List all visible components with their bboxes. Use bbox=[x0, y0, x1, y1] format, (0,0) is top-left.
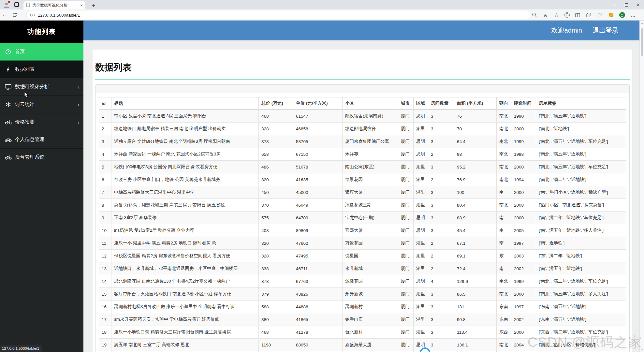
workspaces-icon[interactable] bbox=[14, 2, 19, 7]
cell-title: 禾祥西 新家园边 一梯两户 南北 花园式小区2房可改3房 bbox=[111, 148, 259, 161]
sidebar-item-price-predict[interactable]: 价格预测‹ bbox=[0, 113, 83, 131]
collections-icon[interactable] bbox=[586, 12, 592, 18]
cell-title: 电梯高层精装修大三房湖里中心 湖里中学 bbox=[111, 186, 259, 199]
cell-unit-price: 43826 bbox=[293, 288, 343, 301]
title-underline bbox=[95, 79, 630, 80]
settings-ellipsis-icon[interactable]: … bbox=[630, 12, 636, 18]
col-header-title: 标题 bbox=[111, 97, 259, 110]
address-bar[interactable]: i 127.0.0.1:5000/table/1 bbox=[26, 11, 531, 19]
back-icon[interactable]: ← bbox=[0, 12, 10, 18]
browser-tab-strip: 房价数据可视化分析 × + ─ × bbox=[0, 0, 644, 9]
split-screen-icon[interactable] bbox=[575, 12, 581, 18]
cell-year: 2000 bbox=[511, 212, 536, 224]
cell-orientation: 南北 bbox=[497, 110, 511, 123]
cell-community: 悦星园 bbox=[343, 250, 398, 262]
url-text: 127.0.0.1:5000/table/1 bbox=[38, 13, 80, 18]
cell-id: 13 bbox=[99, 262, 111, 275]
favorites-star-icon[interactable]: ☆ bbox=[553, 12, 560, 18]
page-scrollbar[interactable]: ▲ ▼ bbox=[639, 21, 644, 352]
cell-rooms: 3 bbox=[428, 199, 454, 212]
sidebar-item-data-list[interactable]: 数据列表 bbox=[0, 61, 83, 78]
table-row: 4禾祥西 新家园边 一梯两户 南北 花园式小区2房可改3房65867150禾祥苑… bbox=[99, 148, 626, 161]
sidebar-item-label: 数据列表 bbox=[15, 66, 80, 72]
cell-orientation: 东 bbox=[497, 250, 511, 262]
cell-year: 2002 bbox=[511, 262, 536, 275]
cell-id: 5 bbox=[99, 161, 111, 173]
cell-community: 台北新村 bbox=[343, 326, 398, 339]
cell-district: 思明 bbox=[414, 135, 428, 148]
scrollbar-thumb[interactable] bbox=[641, 28, 643, 56]
cell-orientation: 南北 bbox=[497, 123, 511, 135]
page-title: 数据列表 bbox=[95, 61, 630, 74]
cell-orientation: 南 bbox=[497, 212, 511, 224]
sidebar-item-label: 数据可视化分析 bbox=[15, 84, 74, 90]
tab-title: 房价数据可视化分析 bbox=[32, 3, 78, 8]
extension-icon[interactable] bbox=[608, 12, 614, 18]
cell-unit-price: 67150 bbox=[293, 148, 343, 161]
cell-orientation: 南北 bbox=[497, 148, 511, 161]
col-header-unit-price: 单价 (元/平方米) bbox=[293, 97, 343, 110]
cell-id: 16 bbox=[99, 301, 111, 313]
cell-unit-price: 89809 bbox=[293, 224, 343, 237]
maximize-button[interactable] bbox=[621, 0, 632, 9]
profile-avatar-icon[interactable] bbox=[619, 12, 625, 18]
cell-total-price: 338 bbox=[259, 262, 293, 275]
sidebar-item-profile-manage[interactable]: 个人信息管理 bbox=[0, 131, 83, 149]
new-tab-button[interactable]: + bbox=[90, 2, 97, 9]
sidebar-item-visual-analysis[interactable]: 数据可视化分析‹ bbox=[0, 78, 83, 96]
cell-unit-price: 47662 bbox=[293, 237, 343, 250]
cell-rooms: 3 bbox=[428, 224, 454, 237]
minimize-button[interactable]: ─ bbox=[609, 0, 621, 9]
zoom-search-icon[interactable] bbox=[531, 12, 537, 18]
sidebar-item-label: 后台管理系统 bbox=[15, 154, 80, 160]
panel-body: id标题总价 (万元)单价 (元/平方米)小区城市区域房间数量面积 (平方米)朝… bbox=[95, 93, 629, 352]
browser-profile-icon[interactable] bbox=[3, 1, 10, 9]
cell-unit-price: 58705 bbox=[293, 135, 343, 148]
cell-total-price: 320 bbox=[259, 173, 293, 186]
sidebar-item-wordcloud-stats[interactable]: 词云统计‹ bbox=[0, 96, 83, 113]
chevron-left-icon: ‹ bbox=[78, 119, 80, 125]
cell-area: 67.1 bbox=[454, 237, 497, 250]
scroll-up-icon[interactable]: ▲ bbox=[640, 22, 644, 24]
col-header-total-price: 总价 (万元) bbox=[259, 97, 293, 110]
cell-tags: ['南北', '近地铁'] bbox=[536, 123, 626, 135]
cell-area: 76.9 bbox=[454, 173, 497, 186]
cell-district: 思明 bbox=[414, 224, 428, 237]
cell-tags: ['南北', '满五年', '近地铁'] bbox=[536, 110, 626, 123]
sidebar-item-home[interactable]: 首页 bbox=[0, 43, 83, 61]
data-table: id标题总价 (万元)单价 (元/平方米)小区城市区域房间数量面积 (平方米)朝… bbox=[99, 97, 626, 352]
cell-district: 湖里 bbox=[414, 161, 428, 173]
chevron-left-icon: ‹ bbox=[78, 84, 80, 90]
browser-tab[interactable]: 房价数据可视化分析 × bbox=[23, 1, 85, 9]
table-row: 15客厅带阳台，火炬园站地铁口 南北通 3楼 小区中庭 停车方便37943826… bbox=[99, 288, 626, 301]
mouse-cursor bbox=[24, 92, 29, 100]
cell-community: 怡景花园 bbox=[343, 173, 398, 186]
logout-link[interactable]: 退出登录 bbox=[593, 26, 619, 35]
close-button[interactable]: × bbox=[632, 0, 644, 9]
cell-city: 厦门 bbox=[398, 288, 414, 301]
table-row: 11康乐一小 湖里中学 满五 精装2房 地铁口 随时看房 急32047662万景… bbox=[99, 237, 626, 250]
cell-total-price: 588 bbox=[259, 301, 293, 313]
col-header-area: 面积 (平方米) bbox=[454, 97, 497, 110]
cell-title: 送独立露台 文灶BRT地铁口 南北全明精装3房 厅带阳台朝南 bbox=[111, 135, 259, 148]
cell-area: 98 bbox=[454, 148, 497, 161]
cell-year: 1998 bbox=[511, 148, 536, 161]
watermark: CSDN @源码之家 bbox=[528, 333, 642, 351]
cell-city: 厦门 bbox=[398, 339, 414, 351]
sidebar-item-admin-system[interactable]: 后台管理系统 bbox=[0, 149, 83, 166]
tab-close-icon[interactable]: × bbox=[80, 3, 83, 8]
welcome-text: 欢迎admin bbox=[551, 26, 582, 35]
col-header-district: 区域 bbox=[414, 97, 428, 110]
browser-essentials-icon[interactable]: ♡ bbox=[597, 12, 603, 18]
window-controls: ─ × bbox=[609, 0, 644, 9]
cell-total-price: 328 bbox=[259, 250, 293, 262]
cell-district: 思明 bbox=[414, 110, 428, 123]
site-info-icon[interactable]: i bbox=[30, 13, 35, 17]
translate-icon[interactable]: G bbox=[564, 12, 570, 18]
cell-city: 厦门 bbox=[398, 313, 414, 326]
refresh-icon[interactable] bbox=[10, 12, 20, 18]
table-row: 16禹洲新村电梯3房可改四房 康乐一小湖里中 全明朝南 看中可谈58844886… bbox=[99, 301, 626, 313]
read-aloud-icon[interactable]: A bbox=[542, 12, 549, 18]
cell-total-price: 379 bbox=[259, 288, 293, 301]
cell-title: 地铁口00年电梯3房 公园旁 南北双阳台 豪装看房方便 bbox=[111, 161, 259, 173]
